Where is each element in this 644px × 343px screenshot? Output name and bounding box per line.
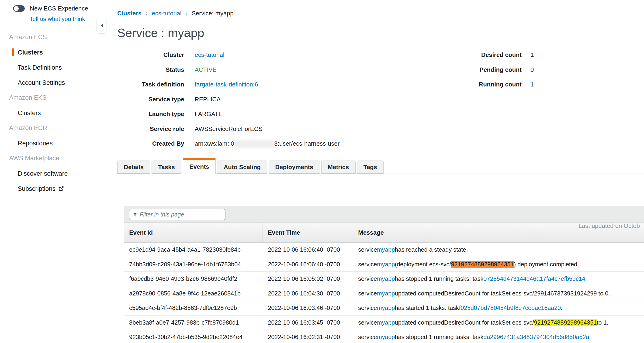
main-content: Clusters›ecs-tutorial›Service: myapp Ser…: [106, 0, 644, 343]
sidebar-nav: Amazon ECSClustersTask DefinitionsAccoun…: [0, 33, 106, 193]
tab-tasks[interactable]: Tasks: [152, 161, 182, 174]
breadcrumb-separator: ›: [186, 10, 188, 17]
message-text: ) deployment completed.: [514, 261, 579, 268]
column-header-event-id: Event Id: [124, 223, 263, 242]
table-row: a2978c90-0856-4a8e-9f4c-12eae260841b2022…: [124, 286, 644, 301]
external-link-icon: [58, 186, 64, 192]
tab-tags[interactable]: Tags: [357, 161, 384, 174]
event-id-cell: f6a9cdb3-9460-49e3-b2c6-98669e40fdf2: [124, 272, 263, 286]
message-text: .: [589, 334, 591, 341]
detail-label-created-by: Created By: [117, 140, 184, 155]
tab-deployments[interactable]: Deployments: [268, 161, 320, 174]
detail-label-pending-count: Pending count: [443, 66, 522, 81]
message-link[interactable]: myapp: [377, 305, 395, 311]
event-id-cell: c595ad4c-bf4f-482b-8563-7df9c1287e9b: [124, 301, 263, 315]
sidebar-item-aws-marketplace-subscriptions[interactable]: Subscriptions: [14, 185, 106, 193]
detail-value-running-count: 1: [530, 81, 534, 96]
tab-details[interactable]: Details: [117, 161, 150, 174]
service-details: Clusterecs-tutorialStatusACTIVETask defi…: [117, 51, 644, 158]
message-link[interactable]: myapp: [377, 261, 395, 268]
message-text: service: [358, 319, 377, 326]
table-row: 74bb3d09-c209-43a1-96be-1db1f6783b042022…: [124, 257, 644, 272]
event-time-cell: 2022-10-06 16:03:45 -0700: [263, 316, 353, 330]
message-text: service: [358, 246, 377, 253]
task-definition-link[interactable]: fargate-task-definition:6: [195, 81, 258, 88]
sidebar-item-amazon-ecs-task-definitions[interactable]: Task Definitions: [14, 64, 106, 71]
breadcrumb-item-ecs-tutorial[interactable]: ecs-tutorial: [152, 10, 182, 17]
sidebar-item-label: Repositories: [18, 139, 53, 147]
event-time-cell: 2022-10-06 16:06:40 -0700: [263, 243, 353, 257]
message-cell: service myapp updated computedDesiredCou…: [353, 316, 644, 330]
sidebar-item-amazon-ecr-repositories[interactable]: Repositories: [14, 139, 106, 147]
sidebar-section-header-amazon-ecs: Amazon ECS: [0, 33, 106, 41]
status-badge: ACTIVE: [195, 66, 216, 73]
event-id-cell: 74bb3d09-c209-43a1-96be-1db1f6783b04: [124, 257, 263, 272]
message-text: .: [561, 305, 562, 311]
divider: [117, 44, 644, 44]
message-cell: service myapp has started 1 tasks: task …: [353, 301, 644, 315]
sidebar-collapse-button[interactable]: [96, 18, 107, 33]
table-body: ec9e1d94-9aca-45b4-a4a1-7823030fe84b2022…: [124, 243, 644, 343]
sidebar-item-label: Clusters: [18, 109, 41, 117]
message-link[interactable]: 072854d473144d46a17fa4c7efb59c14: [483, 276, 585, 282]
message-link[interactable]: myapp: [377, 290, 395, 297]
detail-value-service-role: AWSServiceRoleForECS: [195, 125, 644, 140]
tab-metrics[interactable]: Metrics: [321, 161, 356, 174]
new-ecs-experience-toggle[interactable]: [13, 5, 25, 12]
message-link[interactable]: da29967431a3483794304d56d850a52a: [483, 334, 589, 341]
sidebar-item-label: Clusters: [18, 48, 43, 56]
details-left: Clusterecs-tutorialStatusACTIVETask defi…: [117, 51, 644, 155]
sidebar-item-label: Account Settings: [18, 79, 65, 87]
divider: [13, 26, 92, 26]
message-text: service: [358, 305, 377, 311]
event-id-cell: 923b05c1-30b2-47bb-b535-9d2be22084e4: [124, 330, 263, 343]
message-text: service: [358, 276, 377, 282]
detail-value-created-by: arn:aws:iam::03:user/ecs-harness-user: [195, 140, 644, 155]
detail-value-desired-count: 1: [530, 51, 534, 66]
sidebar-item-label: Task Definitions: [18, 64, 62, 71]
message-link[interactable]: myapp: [377, 246, 395, 253]
table-header: Event IdEvent TimeMessage: [124, 223, 644, 243]
feedback-link[interactable]: Tell us what you think: [30, 15, 106, 22]
tab-events[interactable]: Events: [183, 158, 216, 174]
cluster-link[interactable]: ecs-tutorial: [195, 51, 224, 58]
event-id-cell: ec9e1d94-9aca-45b4-a4a1-7823030fe84b: [124, 243, 263, 257]
message-link[interactable]: myapp: [377, 334, 395, 341]
breadcrumb-separator: ›: [146, 10, 148, 17]
message-text: service: [358, 334, 377, 341]
event-time-cell: 2022-10-06 16:05:02 -0700: [263, 272, 353, 286]
detail-value-task-definition: fargate-task-definition:6: [195, 81, 644, 96]
detail-label-service-type: Service type: [117, 96, 184, 111]
events-panel: Last updated on Octob Event IdEvent Time…: [117, 206, 644, 343]
detail-value-cluster: ecs-tutorial: [195, 51, 644, 66]
details-right: Desired count1Pending count0Running coun…: [443, 51, 534, 96]
detail-label-desired-count: Desired count: [443, 51, 522, 66]
detail-label-status: Status: [117, 66, 184, 81]
page-title: Service : myapp: [117, 26, 644, 40]
new-ecs-experience-label: New ECS Experience: [30, 5, 88, 12]
message-text: has reached a steady state.: [395, 246, 468, 253]
new-ecs-experience-row: New ECS Experience: [13, 5, 106, 12]
filter-input[interactable]: [140, 211, 222, 218]
breadcrumb-item-clusters[interactable]: Clusters: [117, 10, 142, 17]
event-id-cell: 8beb3a8f-a0e7-4257-983b-c7fc870980d1: [124, 316, 263, 330]
message-link[interactable]: myapp: [377, 276, 395, 282]
message-text: service: [358, 261, 377, 268]
message-link[interactable]: myapp: [377, 319, 395, 326]
detail-label-service-role: Service role: [117, 125, 184, 140]
message-cell: service myapp has stopped 1 running task…: [353, 272, 644, 286]
filter-bar: [124, 206, 644, 223]
search-highlight-current: 9219274889298964351: [451, 261, 514, 268]
message-text: (deployment ecs-svc/: [395, 261, 451, 268]
column-header-event-time: Event Time: [263, 223, 353, 242]
tab-auto-scaling[interactable]: Auto Scaling: [217, 161, 267, 174]
sidebar-item-amazon-ecs-account-settings[interactable]: Account Settings: [14, 79, 106, 87]
message-link[interactable]: f025d07bd780454b9f8e7cebac16aa20: [459, 305, 561, 311]
tab-bar: DetailsTasksEventsAuto ScalingDeployment…: [117, 158, 644, 174]
sidebar-item-aws-marketplace-discover-software[interactable]: Discover software: [14, 170, 106, 178]
event-id-cell: a2978c90-0856-4a8e-9f4c-12eae260841b: [124, 286, 263, 301]
sidebar-item-amazon-ecs-clusters[interactable]: Clusters: [12, 48, 106, 56]
event-time-cell: 2022-10-06 16:02:31 -0700: [263, 330, 353, 343]
collapse-arrow-icon: [100, 23, 104, 28]
sidebar-item-amazon-eks-clusters[interactable]: Clusters: [14, 109, 106, 117]
